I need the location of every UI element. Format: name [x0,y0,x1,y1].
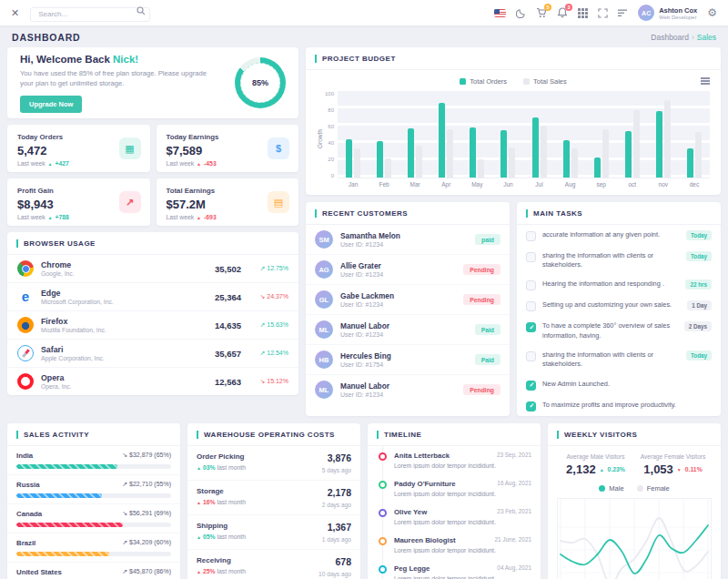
weekly-visitors-card: Weekly Visitors Average Male Visitors 2,… [548,423,721,579]
browser-change: 12.75% [241,265,288,272]
storage-progress-ring: 85% [235,57,286,108]
dark-mode-moon-icon[interactable] [516,8,526,18]
browser-company: Microsoft Corporation, Inc. [41,299,114,305]
language-flag-icon[interactable] [494,9,506,17]
legend-female[interactable]: Female [637,484,670,493]
notifications-bell-icon[interactable]: 3 [557,7,568,18]
apps-grid-icon[interactable] [578,8,588,18]
browser-row[interactable]: Chrome Google, Inc. 35,502 12.75% [7,255,298,283]
welcome-message: You have used the 85% of free plan stora… [20,68,211,88]
stat-period: Last week ▲ +788 [17,214,140,220]
chart-legend: Total Orders Total Sales [317,77,710,86]
task-checkbox[interactable] [526,301,536,311]
task-badge: Today [686,230,712,240]
customer-row[interactable]: AG Allie Grater User ID: #1234 Pending [306,255,510,285]
breadcrumb: Dashboard›Sales [651,33,716,42]
browser-row[interactable]: Safari Apple Corporation, Inc. 35,657 12… [7,340,298,368]
browser-row[interactable]: Firefox Mozilla Foundation, Inc. 14,635 … [7,311,298,340]
budget-y-axis: 100806040200 [323,91,338,178]
cart-icon[interactable]: 5 [536,7,547,18]
timeline-date: 21 June, 2021 [494,536,531,544]
project-budget-title: Project Budget [315,55,396,63]
timeline-text: Lorem ipsum dolor tempor incididunt. [394,462,531,469]
browser-value: 14,635 [215,320,241,330]
warehouse-row: Order Picking ▲03%last month 3,876 5 day… [187,446,360,481]
warehouse-name: Receiving [197,556,246,564]
timeline-row: Paddy O'Furniture 16 Aug, 2021 Lorem ips… [368,474,541,503]
customer-row[interactable]: GL Gabe Lackmen User ID: #1234 Pending [306,285,510,315]
browser-name: Safari [41,345,105,354]
edge-icon [17,289,34,305]
dollar-icon [268,137,289,159]
sales-activity-title: Sales Activity [16,431,89,439]
timeline-text: Lorem ipsum dolor tempor incididunt. [394,547,531,554]
warehouse-row: Receiving ▲25%last month 678 10 days ago [187,550,360,579]
timeline-date: 16 Aug, 2021 [497,480,531,488]
warehouse-value: 1,367 [322,522,351,533]
chrome-icon [17,260,34,277]
browser-value: 35,657 [215,349,241,359]
safari-icon [17,345,34,361]
task-checkbox[interactable] [526,252,536,262]
stat-card: Total Earnings $57.2M Last week ▲ -693 [157,178,299,226]
task-checkbox[interactable] [526,351,536,361]
fullscreen-icon[interactable] [598,8,608,18]
timeline-name: Olive Yew [394,508,427,516]
stat-card: Profit Gain $8,943 Last week ▲ +788 [7,178,150,226]
timeline-text: Lorem ipsum dolor tempor incididunt. [394,519,531,525]
female-visitors-value: 1,053 [643,462,673,476]
stat-card: Today Earnings $7,589 Last week ▲ -453 [157,125,299,172]
legend-male[interactable]: Male [599,484,623,493]
legend-total-sales[interactable]: Total Sales [523,77,567,86]
sales-progress-bar [16,552,109,556]
female-visitors-label: Average Female Visitors [634,453,712,460]
sales-country: India [16,452,33,460]
upgrade-now-button[interactable]: Upgrade Now [20,96,82,113]
customer-row[interactable]: ML Manuel Labor User ID: #1234 Pending [306,375,510,404]
browser-usage-card: Browser Usage Chrome Google, Inc. 35,502… [7,232,298,395]
search-icon[interactable] [136,6,146,15]
browser-value: 35,502 [215,264,241,274]
sales-country: Russia [16,481,40,489]
sales-row: India $32,879 (65%) [7,446,180,475]
sort-lines-icon[interactable] [618,9,628,17]
customer-row[interactable]: HB Hercules Bing User ID: #1754 Paid [306,345,510,375]
sales-progress-track [16,493,171,498]
task-checkbox[interactable] [526,401,536,411]
breadcrumb-sales[interactable]: Sales [697,33,716,42]
timeline-card: Timeline Anita Letterback 23 Sep, 2021 [368,423,541,579]
user-menu[interactable]: AC Ashton Cox Web Developer [638,5,697,21]
timeline-date: 04 Aug, 2021 [497,564,531,573]
search-input[interactable] [30,7,150,22]
budget-x-axis: JanFebMarAprMayJunJulAugsepoctnovdec [338,181,710,188]
warehouse-row: Storage ▲16%last month 2,178 2 days ago [187,481,360,515]
browser-company: Mozilla Foundation, Inc. [41,327,106,333]
legend-total-orders[interactable]: Total Orders [460,77,507,86]
task-row: sharing the information with clients or … [517,246,721,275]
sales-progress-bar [16,523,123,527]
browser-row[interactable]: Edge Microsoft Corporation, Inc. 25,364 … [7,283,298,311]
customer-row[interactable]: SM Samantha Melon User ID: #1234 paid [306,225,510,255]
task-checkbox[interactable] [526,280,536,290]
close-icon[interactable]: ✕ [11,7,19,19]
calculator-icon [119,137,141,159]
browser-name: Opera [41,373,72,382]
customer-user-id: User ID: #1234 [340,331,389,338]
settings-gear-icon[interactable]: ⚙ [707,7,717,18]
warehouse-name: Storage [197,487,246,495]
chart-menu-icon[interactable] [701,77,710,85]
cart-badge: 5 [544,4,551,11]
breadcrumb-dashboard[interactable]: Dashboard [651,33,689,42]
task-checkbox[interactable] [526,381,536,391]
customer-row[interactable]: ML Manuel Labor User ID: #1234 Paid [306,315,510,345]
timeline-row: Olive Yew 23 Feb, 2021 Lorem ipsum dolor… [368,503,541,531]
wallet-icon [268,191,289,213]
budget-bar [633,110,640,178]
browser-row[interactable]: Opera Opera, Inc. 12,563 15.12% [7,368,298,395]
budget-bar [541,126,547,178]
task-checkbox[interactable] [526,322,536,332]
task-checkbox[interactable] [526,231,536,241]
welcome-title: Hi, Welcome Back Nick! [20,54,235,65]
male-visitors-value: 2,132 [566,462,596,476]
project-budget-card: Project Budget Total Orders Total Sales … [306,47,721,195]
